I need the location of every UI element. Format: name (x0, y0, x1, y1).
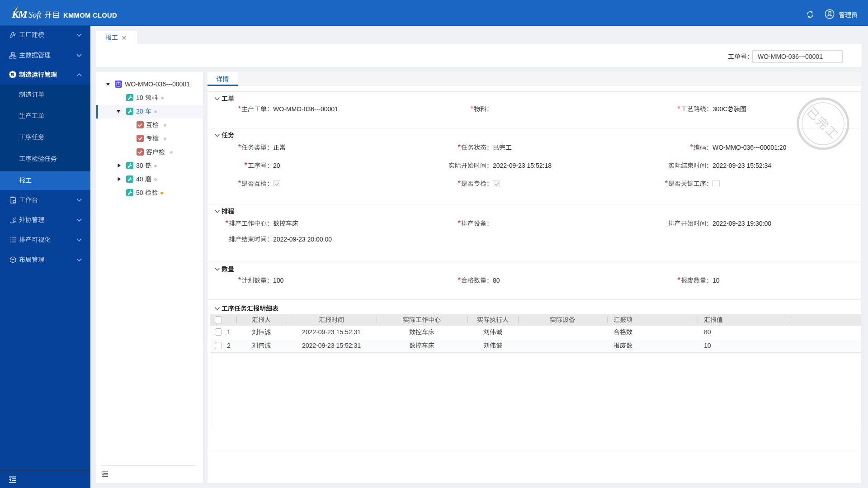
svg-text:Soft: Soft (28, 10, 42, 19)
svg-text:KM: KM (11, 8, 28, 20)
